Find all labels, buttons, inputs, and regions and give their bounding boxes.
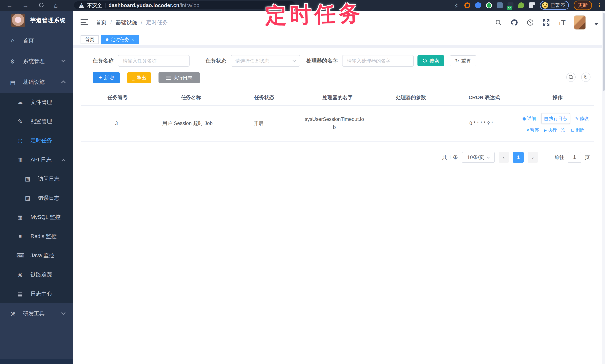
annotation-overlay: 定时任务 <box>265 0 364 30</box>
profile-paused-pill[interactable]: 已暂停 <box>540 1 569 10</box>
exec-log-link[interactable]: 执行日志 <box>541 113 570 124</box>
add-button[interactable]: 新增 <box>93 72 120 83</box>
scrollbar-thumb[interactable] <box>603 13 605 91</box>
reset-button[interactable]: 重置 <box>450 55 476 66</box>
font-size-icon[interactable]: TT <box>558 19 566 26</box>
search-icon <box>423 59 427 63</box>
sidebar-item-label: Redis 监控 <box>30 233 57 240</box>
run-once-link[interactable]: 执行一次 <box>544 127 566 133</box>
sidebar-item-api-logs[interactable]: ▥ API 日志 <box>0 150 73 169</box>
tab-scheduled-jobs[interactable]: 定时任务 × <box>101 35 139 44</box>
sidebar-item-java-monitor[interactable]: ⌨ Java 监控 <box>0 246 73 265</box>
sidebar-item-scheduled-jobs[interactable]: ◷ 定时任务 <box>0 131 73 150</box>
toggle-search-button[interactable] <box>566 73 576 82</box>
browser-update-button[interactable]: 更新 <box>574 0 592 10</box>
api-log-icon: ▥ <box>16 156 24 163</box>
add-button-label: 新增 <box>104 75 114 81</box>
java-monitor-icon: ⌨ <box>16 252 24 259</box>
sidebar-item-infrastructure[interactable]: ▤ 基础设施 <box>0 72 73 93</box>
timer-icon: ◷ <box>16 137 24 144</box>
reload-icon[interactable] <box>38 2 44 9</box>
sidebar-item-label: 链路追踪 <box>30 271 52 278</box>
home-icon[interactable]: ⌂ <box>54 2 58 9</box>
sidebar-bottom-strip <box>0 359 73 364</box>
extension-icon-5[interactable]: on <box>508 2 513 8</box>
fullscreen-icon[interactable] <box>542 19 550 26</box>
app-logo-row[interactable]: 芋道管理系统 <box>0 11 73 30</box>
user-menu-caret-icon[interactable] <box>594 23 598 26</box>
url-divider <box>105 3 105 8</box>
log-list-icon <box>166 76 171 80</box>
browser-extensions: ☆ on 已暂停 更新 ⋮ <box>454 0 602 11</box>
extension-icon-4[interactable] <box>497 2 503 8</box>
extension-icon-3[interactable] <box>486 2 492 8</box>
page-scrollbar[interactable] <box>602 11 605 364</box>
goto-page-group: 前往 页 <box>554 152 590 163</box>
bookmark-star-icon[interactable]: ☆ <box>454 2 460 9</box>
browser-menu-icon[interactable]: ⋮ <box>597 4 602 7</box>
handler-name-input[interactable] <box>342 55 414 66</box>
handler-name-label: 处理器的名字 <box>306 57 338 64</box>
eye-icon: ◉ <box>16 271 24 278</box>
infrastructure-icon: ▤ <box>9 79 16 86</box>
pause-link[interactable]: 暂停 <box>526 127 539 133</box>
pagination-total: 共 1 条 <box>442 154 458 161</box>
mysql-icon: ▦ <box>16 214 24 221</box>
extension-icon-6[interactable] <box>518 2 524 8</box>
extension-icon-1[interactable] <box>464 2 470 8</box>
edit-link[interactable]: 修改 <box>575 115 589 122</box>
address-bar[interactable]: 不安全 dashboard.yudao.iocoder.cn/infra/job <box>74 1 295 9</box>
exec-log-button[interactable]: 执行日志 <box>158 72 200 83</box>
back-icon[interactable]: ← <box>6 2 13 9</box>
page-size-select[interactable]: 10条/页 <box>462 152 495 163</box>
sidebar-item-dev-tools[interactable]: ⚒ 研发工具 <box>0 303 73 324</box>
page-number-1[interactable]: 1 <box>513 152 524 163</box>
user-avatar[interactable] <box>574 15 586 30</box>
job-status-select[interactable]: 请选择任务状态 <box>231 55 300 66</box>
github-icon[interactable] <box>511 19 518 26</box>
chevron-down-icon <box>61 311 66 315</box>
sidebar-item-tracing[interactable]: ◉ 链路追踪 <box>0 265 73 284</box>
sidebar-item-label: 首页 <box>23 37 34 44</box>
plus-icon <box>99 75 102 81</box>
sidebar-item-access-logs[interactable]: ▧ 访问日志 <box>0 169 73 188</box>
search-button[interactable]: 搜索 <box>418 55 444 66</box>
breadcrumb-home[interactable]: 首页 <box>96 19 107 26</box>
tab-home[interactable]: 首页 <box>80 35 99 44</box>
delete-link[interactable]: 删除 <box>571 127 584 133</box>
sidebar-item-label: 定时任务 <box>30 137 52 144</box>
sidebar-item-error-logs[interactable]: ▨ 错误日志 <box>0 188 73 208</box>
jobs-card: 任务名称 任务状态 请选择任务状态 处理器的名字 搜索 <box>73 48 602 364</box>
export-button[interactable]: 导出 <box>127 72 151 83</box>
sidebar-item-mysql-monitor[interactable]: ▦ MySQL 监控 <box>0 208 73 227</box>
close-icon[interactable]: × <box>132 37 134 42</box>
refresh-button[interactable] <box>581 73 591 82</box>
log-center-icon: ▤ <box>16 290 24 297</box>
sidebar-item-label: MySQL 监控 <box>30 214 61 221</box>
sidebar-item-config-management[interactable]: ✎ 配置管理 <box>0 112 73 131</box>
search-icon[interactable] <box>495 19 502 26</box>
cloud-upload-icon: ☁ <box>16 99 24 105</box>
detail-link[interactable]: 详细 <box>522 115 536 122</box>
job-name-input[interactable] <box>118 55 190 66</box>
sidebar-item-label: 文件管理 <box>30 99 52 106</box>
sidebar-item-redis-monitor[interactable]: ≡ Redis 监控 <box>0 227 73 246</box>
cell-handler-name: sysUserSessionTimeoutJob <box>294 106 375 141</box>
forward-icon[interactable]: → <box>22 2 29 9</box>
extension-icon-2[interactable] <box>475 2 481 8</box>
goto-page-input[interactable] <box>568 152 581 163</box>
breadcrumb-infrastructure[interactable]: 基础设施 <box>116 19 137 26</box>
sidebar-item-label: 错误日志 <box>38 194 60 202</box>
sidebar-item-system-management[interactable]: ⚙ 系统管理 <box>0 51 73 72</box>
prev-page-button[interactable] <box>499 152 509 163</box>
extensions-puzzle-icon[interactable] <box>529 2 535 8</box>
next-page-button[interactable] <box>528 152 538 163</box>
sidebar-item-file-management[interactable]: ☁ 文件管理 <box>0 93 73 112</box>
help-icon[interactable] <box>526 19 534 26</box>
page-content: 任务名称 任务状态 请选择任务状态 处理器的名字 搜索 <box>73 45 605 364</box>
sidebar-item-home[interactable]: ⌂ 首页 <box>0 30 73 51</box>
security-warning-icon[interactable] <box>79 3 84 8</box>
play-icon <box>544 127 547 133</box>
sidebar-collapse-icon[interactable] <box>80 19 88 26</box>
sidebar-item-log-center[interactable]: ▤ 日志中心 <box>0 284 73 303</box>
